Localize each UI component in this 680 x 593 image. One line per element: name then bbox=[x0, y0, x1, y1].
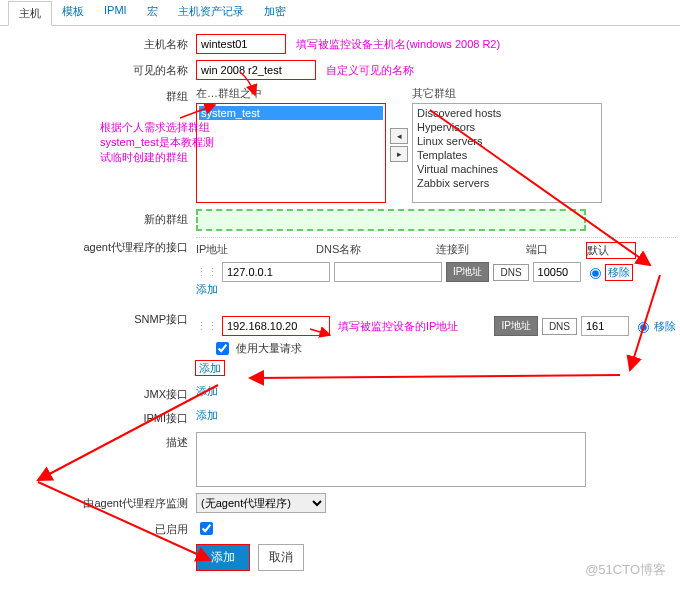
agent-conn-ip-button[interactable]: IP地址 bbox=[446, 262, 489, 282]
ipmi-add-link[interactable]: 添加 bbox=[196, 408, 664, 423]
group-item[interactable]: Templates bbox=[415, 148, 599, 162]
group-item[interactable]: Linux servers bbox=[415, 134, 599, 148]
move-left-button[interactable]: ◂ bbox=[390, 128, 408, 144]
group-item[interactable]: Virtual machines bbox=[415, 162, 599, 176]
agent-dns-input[interactable] bbox=[334, 262, 442, 282]
visiblename-annotation: 自定义可见的名称 bbox=[326, 63, 414, 78]
groups-in-label: 在…群组之中 bbox=[196, 86, 386, 101]
col-default: 默认 bbox=[586, 242, 636, 259]
tab-ipmi[interactable]: IPMI bbox=[94, 0, 137, 25]
group-item-selected[interactable]: system_test bbox=[199, 106, 383, 120]
enable-label: 已启用 bbox=[16, 519, 196, 537]
newgroup-label: 新的群组 bbox=[16, 209, 196, 227]
agent-label: agent代理程序的接口 bbox=[16, 237, 196, 255]
desc-textarea[interactable] bbox=[196, 432, 586, 487]
group-item[interactable]: Discovered hosts bbox=[415, 106, 599, 120]
agent-add-link[interactable]: 添加 bbox=[196, 283, 218, 295]
groups-annotation: 根据个人需求选择群组 bbox=[100, 120, 240, 135]
agent-conn-dns-button[interactable]: DNS bbox=[493, 264, 528, 281]
col-ip: IP地址 bbox=[196, 242, 316, 259]
hostname-input[interactable] bbox=[196, 34, 286, 54]
snmp-conn-dns-button[interactable]: DNS bbox=[542, 318, 577, 335]
jmx-label: JMX接口 bbox=[16, 384, 196, 402]
agent-default-radio[interactable] bbox=[590, 268, 601, 279]
snmp-conn-ip-button[interactable]: IP地址 bbox=[494, 316, 537, 336]
tab-macro[interactable]: 宏 bbox=[137, 0, 168, 25]
snmp-ip-input[interactable] bbox=[222, 316, 330, 336]
groups-label: 群组 bbox=[16, 86, 196, 104]
col-conn: 连接到 bbox=[436, 242, 526, 259]
snmp-bulk-label: 使用大量请求 bbox=[236, 341, 302, 356]
visiblename-label: 可见的名称 bbox=[16, 60, 196, 78]
group-item[interactable]: Hypervisors bbox=[415, 120, 599, 134]
snmp-remove-link[interactable]: 移除 bbox=[654, 319, 676, 334]
drag-handle-icon[interactable]: ⋮⋮ bbox=[196, 320, 218, 333]
proxy-select[interactable]: (无agent代理程序) bbox=[196, 493, 326, 513]
enable-checkbox[interactable] bbox=[200, 522, 213, 535]
snmp-add-link[interactable]: 添加 bbox=[196, 361, 224, 375]
col-dns: DNS名称 bbox=[316, 242, 436, 259]
groups-other-list[interactable]: Discovered hosts Hypervisors Linux serve… bbox=[412, 103, 602, 203]
snmp-default-radio[interactable] bbox=[638, 322, 649, 333]
snmp-annotation: 填写被监控设备的IP地址 bbox=[338, 319, 458, 334]
desc-label: 描述 bbox=[16, 432, 196, 450]
move-right-button[interactable]: ▸ bbox=[390, 146, 408, 162]
snmp-bulk-checkbox[interactable] bbox=[216, 342, 229, 355]
group-item[interactable]: Zabbix servers bbox=[415, 176, 599, 190]
hostname-label: 主机名称 bbox=[16, 34, 196, 52]
groups-annotation: 试临时创建的群组 bbox=[100, 150, 240, 165]
proxy-label: 由agent代理程序监测 bbox=[16, 493, 196, 511]
tab-inventory[interactable]: 主机资产记录 bbox=[168, 0, 254, 25]
tab-host[interactable]: 主机 bbox=[8, 1, 52, 26]
agent-remove-link[interactable]: 移除 bbox=[606, 265, 632, 280]
tab-nav: 主机 模板 IPMI 宏 主机资产记录 加密 bbox=[0, 0, 680, 26]
hostname-annotation: 填写被监控设备主机名(windows 2008 R2) bbox=[296, 37, 500, 52]
snmp-port-input[interactable] bbox=[581, 316, 629, 336]
drag-handle-icon[interactable]: ⋮⋮ bbox=[196, 266, 218, 279]
tab-encrypt[interactable]: 加密 bbox=[254, 0, 296, 25]
newgroup-input[interactable] bbox=[196, 209, 586, 231]
groups-other-label: 其它群组 bbox=[412, 86, 602, 101]
agent-port-input[interactable] bbox=[533, 262, 581, 282]
cancel-button[interactable]: 取消 bbox=[258, 544, 304, 571]
agent-ip-input[interactable] bbox=[222, 262, 330, 282]
col-port: 端口 bbox=[526, 242, 586, 259]
ipmi-if-label: IPMI接口 bbox=[16, 408, 196, 426]
groups-annotation: system_test是本教程测 bbox=[100, 135, 240, 150]
tab-template[interactable]: 模板 bbox=[52, 0, 94, 25]
add-button[interactable]: 添加 bbox=[196, 544, 250, 571]
snmp-label: SNMP接口 bbox=[16, 309, 196, 327]
visiblename-input[interactable] bbox=[196, 60, 316, 80]
jmx-add-link[interactable]: 添加 bbox=[196, 384, 664, 399]
